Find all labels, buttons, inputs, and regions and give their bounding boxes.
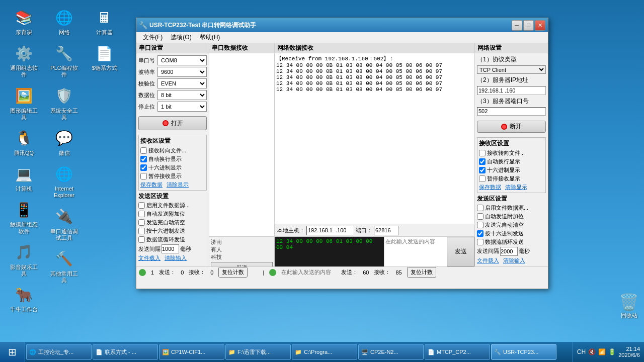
server-ip-input[interactable] bbox=[477, 86, 546, 95]
taskbar-item-6[interactable]: 🖥️ CP2E-N2... bbox=[358, 344, 424, 360]
baud-select[interactable]: 9600 bbox=[157, 67, 207, 77]
desktop-icon-5[interactable]: 💻 计算机 bbox=[5, 161, 43, 195]
port-select[interactable]: COM8 bbox=[157, 55, 207, 65]
serial-open-button[interactable]: 打开 bbox=[138, 116, 207, 130]
desktop-icon-1[interactable]: 📚 亲育课 bbox=[5, 5, 43, 38]
menu-options[interactable]: 选项(O) bbox=[167, 32, 195, 43]
desktop-icon-7[interactable]: 🎵 影音娱乐工具 bbox=[5, 240, 43, 280]
server-port-input[interactable] bbox=[477, 107, 546, 116]
desktop-icon-16[interactable]: 🖩 计算器 bbox=[86, 5, 123, 38]
local-port-input[interactable] bbox=[374, 226, 399, 235]
desktop-icon-8[interactable]: 🐂 千牛工作台 bbox=[5, 282, 43, 315]
net-rcv-cb4[interactable] bbox=[479, 175, 486, 182]
protocol-select[interactable]: TCP Client bbox=[477, 65, 546, 74]
net-send-data-display: 12 34 00 00 00 06 01 03 00 00 00 04 bbox=[275, 237, 384, 266]
taskbar-icon-8: 🔧 bbox=[494, 349, 501, 355]
net-clear-link[interactable]: 清除显示 bbox=[505, 184, 527, 191]
net-send-cb5[interactable] bbox=[477, 239, 484, 245]
desktop-icon-9[interactable]: 🌐 网络 bbox=[45, 5, 83, 38]
close-button[interactable]: ✕ bbox=[535, 20, 545, 31]
serial-interval-label: 发送间隔 bbox=[138, 245, 160, 253]
net-open-button[interactable]: 断开 bbox=[477, 121, 546, 133]
taskbar-item-5[interactable]: 📁 C:\Progra... bbox=[292, 344, 357, 360]
net-rcv-cb2[interactable] bbox=[479, 158, 486, 165]
recycle-bin[interactable]: 🗑️ 回收站 bbox=[619, 293, 639, 319]
menu-bar: 文件(F) 选项(O) 帮助(H) bbox=[136, 32, 548, 43]
icon-img-2: ⚙️ bbox=[14, 43, 34, 63]
desktop-icon-13[interactable]: 🌐 Internet Explorer bbox=[45, 161, 83, 201]
net-send-cb4[interactable] bbox=[477, 230, 484, 237]
desktop-icon-14[interactable]: 🔌 串口通信调试工具 bbox=[45, 204, 83, 244]
desktop-icon-12[interactable]: 💬 微信 bbox=[45, 126, 83, 159]
net-receive-data: 【Receive from 192.168.1.160：502】： 12 34 … bbox=[275, 53, 474, 224]
serial-cb2[interactable] bbox=[140, 156, 147, 162]
net-rcv-cb1[interactable] bbox=[479, 150, 486, 156]
desktop-icon-3[interactable]: 🖼️ 图形编辑工具 bbox=[5, 83, 43, 123]
net-send-cb2[interactable] bbox=[477, 213, 484, 220]
local-ip-input[interactable] bbox=[306, 226, 354, 235]
desktop-icon-10[interactable]: 🔧 PLC编程软件 bbox=[45, 41, 83, 80]
net-send-cb4-label: 按十六进制发送 bbox=[485, 230, 524, 237]
minimize-button[interactable]: ─ bbox=[512, 20, 522, 31]
app-window: 🔧 USR-TCP232-Test 串口转网络调试助手 ─ □ ✕ 文件(F) … bbox=[136, 18, 548, 289]
desktop-icon-11[interactable]: 🛡️ 系统安全工具 bbox=[45, 83, 83, 123]
desktop-icon-4[interactable]: 🐧 腾讯QQ bbox=[5, 126, 43, 159]
net-reset-button[interactable]: 复位计数 bbox=[407, 267, 436, 278]
stop-bits-select[interactable]: 1 bit bbox=[157, 102, 207, 112]
net-clear-input-link[interactable]: 清除输入 bbox=[503, 257, 525, 264]
menu-file[interactable]: 文件(F) bbox=[139, 32, 167, 43]
serial-cb4[interactable] bbox=[140, 173, 147, 179]
menu-help[interactable]: 帮助(H) bbox=[196, 32, 224, 43]
net-file-load-link[interactable]: 文件载入 bbox=[477, 257, 499, 264]
recycle-bin-icon: 🗑️ bbox=[619, 293, 639, 312]
serial-send-cb4[interactable] bbox=[138, 228, 145, 234]
taskbar-item-7[interactable]: 📄 MTCP_CP2... bbox=[425, 344, 490, 360]
serial-send-cb5-row: 数据流循环发送 bbox=[138, 236, 207, 243]
serial-interval-input[interactable] bbox=[162, 244, 179, 253]
serial-receive-panel: 济南有人科技 发送 bbox=[209, 53, 275, 266]
serial-cb1[interactable] bbox=[140, 147, 147, 154]
taskbar-item-8[interactable]: 🔧 USR-TCP23... bbox=[491, 344, 556, 360]
net-send-cb1[interactable] bbox=[477, 205, 484, 211]
net-send-cb3[interactable] bbox=[477, 222, 484, 228]
serial-cb3-label: 十六进制显示 bbox=[148, 164, 182, 171]
net-interval-input[interactable] bbox=[500, 247, 518, 256]
net-send-input[interactable] bbox=[385, 238, 446, 265]
taskbar-item-1[interactable]: 🌐 工控论坛_专... bbox=[26, 344, 92, 360]
icon-img-17: 📄 bbox=[95, 43, 115, 63]
net-rcv-cb3[interactable] bbox=[479, 167, 486, 173]
desktop-icon-6[interactable]: 📱 触摸屏组态软件 bbox=[5, 197, 43, 237]
port-label: 串口号 bbox=[138, 57, 157, 64]
net-recv-status-label: 接收： bbox=[374, 268, 390, 276]
serial-file-load-link[interactable]: 文件载入 bbox=[138, 254, 160, 262]
parity-select[interactable]: EVEN bbox=[157, 78, 207, 88]
serial-send-cb5[interactable] bbox=[138, 236, 145, 243]
net-rcv-cb2-label: 自动换行显示 bbox=[487, 158, 520, 165]
taskbar-icon-5: 📁 bbox=[295, 349, 302, 355]
serial-send-cb2[interactable] bbox=[138, 211, 145, 217]
serial-send-button[interactable]: 发送 bbox=[211, 262, 273, 266]
serial-send-cb1-row: 启用文件数据源... bbox=[138, 202, 207, 209]
net-rcv-cb3-label: 十六进制显示 bbox=[487, 166, 520, 174]
stop-bits-label: 停止位 bbox=[138, 103, 157, 111]
start-button[interactable]: ⊞ bbox=[0, 342, 25, 362]
serial-send-cb1[interactable] bbox=[138, 202, 145, 209]
serial-cb3[interactable] bbox=[140, 164, 147, 171]
serial-reset-button[interactable]: 复位计数 bbox=[218, 267, 248, 278]
serial-clear-input-link[interactable]: 清除输入 bbox=[165, 254, 187, 262]
desktop-icon-2[interactable]: ⚙️ 通用组态软件 bbox=[5, 41, 43, 80]
taskbar-label-6: CP2E-N2... bbox=[370, 349, 398, 355]
serial-send-cb3[interactable] bbox=[138, 219, 145, 226]
maximize-button[interactable]: □ bbox=[523, 20, 534, 31]
taskbar-item-4[interactable]: 📁 F:\迅雷下载... bbox=[225, 344, 291, 360]
taskbar-item-2[interactable]: 📄 联系方式 - ... bbox=[93, 344, 158, 360]
serial-clear-link[interactable]: 清除显示 bbox=[167, 181, 189, 189]
serial-save-link[interactable]: 保存数据 bbox=[140, 181, 163, 189]
taskbar-label-8: USR-TCP23... bbox=[503, 349, 538, 355]
data-bits-select[interactable]: 8 bit bbox=[157, 90, 207, 100]
desktop-icon-17[interactable]: 📄 $链系方式 bbox=[86, 41, 123, 74]
net-save-link[interactable]: 保存数据 bbox=[479, 184, 501, 191]
taskbar-item-3[interactable]: 🖼️ CP1W-CIF1... bbox=[159, 344, 224, 360]
net-send-button[interactable]: 发送 bbox=[447, 237, 474, 266]
desktop-icon-15[interactable]: 🔨 其他常用工具 bbox=[45, 246, 83, 286]
